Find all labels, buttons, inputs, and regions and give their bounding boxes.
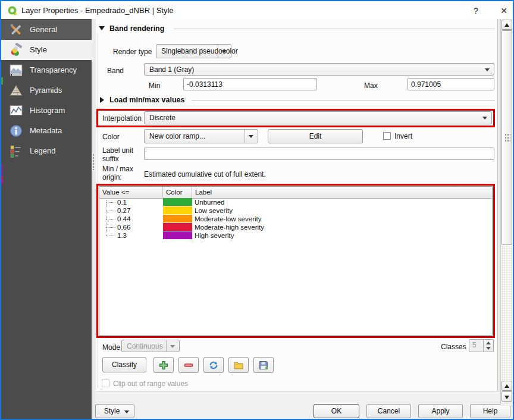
sidebar-item-label: Transparency — [30, 65, 77, 74]
folder-icon — [234, 360, 244, 370]
load-colormap-button[interactable] — [228, 357, 249, 373]
row-label: Moderate-low severity — [195, 215, 261, 223]
row-value: 0.44 — [117, 215, 130, 223]
color-swatch[interactable] — [163, 198, 192, 206]
scrollbar-thumb[interactable] — [502, 30, 512, 245]
color-swatch[interactable] — [163, 231, 192, 239]
chevron-down-icon — [170, 345, 175, 348]
clip-out-of-range-checkbox[interactable] — [102, 380, 109, 387]
sidebar-item-histogram[interactable]: Histogram — [1, 101, 92, 121]
scrollbar-down-button[interactable] — [502, 391, 512, 402]
add-entry-button[interactable] — [153, 357, 174, 373]
plus-icon — [159, 360, 169, 370]
color-swatch[interactable] — [163, 223, 192, 231]
invert-label: Invert — [394, 132, 412, 140]
interpolation-select[interactable]: Discrete — [144, 111, 492, 124]
classes-value: 5 — [472, 341, 477, 349]
classes-spinner[interactable]: 5 — [469, 339, 494, 352]
metadata-info-icon — [9, 124, 23, 138]
color-swatch[interactable] — [163, 215, 192, 222]
sidebar-splitter[interactable] — [92, 19, 96, 419]
column-header-color[interactable]: Color — [163, 187, 192, 198]
label-unit-suffix-label: Label unit suffix — [102, 146, 138, 163]
row-value: 0.1 — [117, 198, 127, 206]
min-input[interactable] — [183, 78, 317, 90]
minmax-origin-value: Estimated cumulative cut of full extent. — [144, 170, 266, 178]
band-select[interactable]: Band 1 (Gray) — [144, 63, 494, 76]
remove-entry-button[interactable] — [178, 357, 199, 373]
ok-button[interactable]: OK — [314, 404, 359, 418]
save-floppy-icon — [259, 360, 269, 370]
sidebar-item-general[interactable]: General — [1, 20, 92, 40]
color-ramp-select[interactable]: New color ramp... — [144, 129, 258, 143]
classify-button-label: Classify — [103, 361, 146, 369]
sidebar-item-label: Histogram — [30, 106, 65, 115]
sidebar-item-transparency[interactable]: Transparency — [1, 60, 92, 80]
column-header-value[interactable]: Value <= — [99, 187, 163, 198]
scrollbar-up-button-bottom[interactable] — [502, 381, 512, 391]
row-label: Low severity — [195, 206, 233, 215]
tree-stub — [106, 236, 115, 236]
refresh-button[interactable] — [203, 357, 224, 373]
sidebar-item-label: Legend — [30, 146, 55, 155]
row-label: Moderate-high severity — [195, 223, 264, 231]
vertical-scrollbar[interactable] — [500, 19, 512, 406]
sidebar-item-style[interactable]: Style — [1, 40, 92, 60]
mode-select[interactable]: Continuous — [121, 340, 180, 352]
edit-button[interactable]: Edit — [268, 129, 363, 143]
table-row[interactable]: 0.66 Moderate-high severity — [99, 223, 492, 231]
style-menu-button[interactable]: Style — [95, 404, 134, 418]
classify-button[interactable]: Classify — [102, 357, 146, 372]
load-minmax-title[interactable]: Load min/max values — [109, 96, 184, 104]
save-colormap-button[interactable] — [253, 357, 274, 373]
column-header-label[interactable]: Label — [192, 187, 492, 198]
panel-right-border — [497, 19, 498, 391]
cancel-button-label: Cancel — [367, 407, 410, 415]
sidebar-item-pyramids[interactable]: Pyramids — [1, 80, 92, 101]
help-button-label: Help — [471, 407, 510, 415]
help-titlebar-button[interactable]: ? — [467, 4, 485, 18]
collapse-band-rendering-icon[interactable] — [99, 26, 105, 30]
transparency-icon — [9, 63, 23, 77]
table-row[interactable]: 0.1 Unburned — [99, 198, 492, 206]
scrollbar-up-button[interactable] — [502, 20, 512, 30]
edge-artifact — [1, 179, 3, 184]
cancel-button[interactable]: Cancel — [366, 404, 411, 418]
edge-artifact — [1, 77, 3, 84]
histogram-icon — [9, 104, 23, 118]
max-input[interactable] — [408, 78, 494, 90]
interpolation-label: Interpolation — [102, 114, 142, 123]
row-value: 1.3 — [117, 231, 127, 240]
spinner-buttons[interactable] — [483, 340, 493, 352]
table-row[interactable]: 0.27 Low severity — [99, 206, 492, 215]
classification-table[interactable]: Value <= Color Label 0.1 Unburned 0.27 L… — [99, 186, 493, 336]
render-type-select[interactable]: Singleband pseudocolor — [156, 44, 231, 58]
help-button[interactable]: Help — [470, 404, 510, 418]
general-tools-icon — [9, 23, 23, 37]
sidebar-item-label: Metadata — [30, 126, 62, 135]
arrow-up-icon — [504, 23, 509, 27]
sidebar-item-label: Style — [30, 45, 47, 54]
mode-value: Continuous — [127, 342, 163, 350]
table-row[interactable]: 0.44 Moderate-low severity — [99, 215, 492, 223]
sidebar-item-legend[interactable]: Legend — [1, 141, 92, 161]
groupbox-line — [192, 100, 495, 101]
label-unit-suffix-input[interactable] — [144, 148, 494, 160]
close-button[interactable]: ✕ — [495, 4, 513, 18]
band-rendering-title[interactable]: Band rendering — [109, 24, 164, 33]
tree-stub — [106, 202, 115, 203]
sidebar-item-metadata[interactable]: Metadata — [1, 121, 92, 141]
title-bar[interactable]: Layer Properties - Empedrado_dNBR | Styl… — [1, 1, 513, 20]
color-swatch[interactable] — [163, 206, 192, 214]
groupbox-left-border — [98, 33, 98, 388]
chevron-down-icon — [485, 68, 490, 71]
invert-checkbox[interactable] — [383, 132, 391, 140]
collapse-load-minmax-icon[interactable] — [100, 97, 104, 103]
arrow-up-icon — [504, 384, 509, 388]
apply-button[interactable]: Apply — [418, 404, 463, 418]
table-row[interactable]: 1.3 High severity — [99, 231, 492, 240]
minus-icon — [184, 360, 194, 370]
color-ramp-value: New color ramp... — [149, 132, 205, 140]
qgis-logo-icon — [7, 5, 18, 16]
mode-label: Mode — [102, 343, 120, 352]
